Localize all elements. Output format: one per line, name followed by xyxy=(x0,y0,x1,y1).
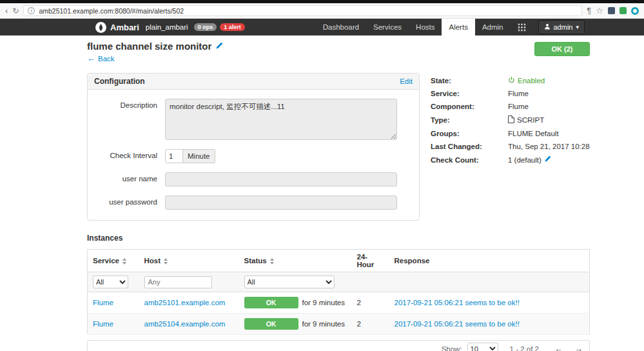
detail-groups: Groups: FLUME Default xyxy=(431,130,590,138)
day-count-cell: 2 xyxy=(352,292,389,314)
host-link[interactable]: amb25104.example.com xyxy=(144,320,226,328)
alerts-badge[interactable]: 1 alert xyxy=(220,23,245,31)
pagination-bar: Show: 10 1 - 2 of 2 ← → xyxy=(87,340,590,351)
detail-state: State: Enabled xyxy=(431,76,590,85)
instance-row-2: Flume amb25104.example.com OKfor 9 minut… xyxy=(88,314,590,335)
instances-table: Service Host Status 24-Hour Response All… xyxy=(87,249,590,335)
address-bar[interactable]: i amb25101.example.com:8080/#/main/alert… xyxy=(23,5,582,16)
service-link[interactable]: Flume xyxy=(93,320,113,328)
alert-details: State: Enabled Service: Flume Component:… xyxy=(431,73,590,169)
bookmark-star-icon[interactable]: ☆ xyxy=(596,6,603,15)
status-badge: OK xyxy=(244,297,298,308)
instances-header-row: Service Host Status 24-Hour Response xyxy=(88,250,590,272)
ambari-navbar: Ambari plain_ambari 0 ops 1 alert Dashbo… xyxy=(0,19,644,35)
next-page-icon[interactable]: → xyxy=(574,344,583,351)
column-header-status[interactable]: Status xyxy=(239,250,352,272)
user-name-row: user name xyxy=(94,172,413,186)
column-header-response: Response xyxy=(389,250,590,272)
configuration-panel: Configuration Edit Description monitor d… xyxy=(87,73,420,221)
page-range: 1 - 2 of 2 xyxy=(510,345,539,351)
page-info-icon[interactable]: i xyxy=(28,7,35,14)
column-label: Host xyxy=(144,257,161,265)
prev-page-icon[interactable]: ← xyxy=(554,344,563,351)
page-size-select[interactable]: 10 xyxy=(467,343,498,351)
user-name-input[interactable] xyxy=(165,172,397,186)
status-duration: for 9 minutes xyxy=(302,320,345,328)
column-header-host[interactable]: Host xyxy=(139,250,239,272)
views-grid-icon[interactable] xyxy=(511,19,533,35)
sort-icon xyxy=(270,258,274,265)
column-header-service[interactable]: Service xyxy=(88,250,139,272)
detail-label: Check Count: xyxy=(431,156,508,165)
extension-icon-3[interactable] xyxy=(631,7,639,15)
reader-mode-icon[interactable]: ¶ xyxy=(587,6,591,15)
instance-row-1: Flume amb25101.example.com OKfor 9 minut… xyxy=(88,292,590,314)
back-label: Back xyxy=(98,55,115,63)
edit-config-link[interactable]: Edit xyxy=(400,77,413,85)
nav-hosts[interactable]: Hosts xyxy=(409,19,442,35)
instances-title: Instances xyxy=(87,234,590,243)
edit-title-icon[interactable] xyxy=(215,41,223,52)
reload-icon[interactable]: ↻ xyxy=(12,7,19,15)
service-link[interactable]: Flume xyxy=(93,299,113,306)
user-password-row: user password xyxy=(94,196,413,210)
nav-services[interactable]: Services xyxy=(366,19,409,35)
detail-label: Last Changed: xyxy=(431,143,508,151)
main-content: flume channel size monitor ← Back OK (2)… xyxy=(0,35,644,351)
detail-value-text: 1 (default) xyxy=(508,156,542,165)
sort-icon xyxy=(122,258,126,265)
detail-value-text: Thu, Sep 21, 2017 10:28 xyxy=(508,143,590,151)
page-title: flume channel size monitor xyxy=(87,41,223,52)
detail-component: Component: Flume xyxy=(431,103,590,111)
sort-icon xyxy=(164,258,168,265)
edit-check-count-icon[interactable] xyxy=(544,155,551,165)
script-file-icon xyxy=(508,115,514,125)
user-password-input[interactable] xyxy=(165,196,397,210)
screen: ‹ ↻ i amb25101.example.com:8080/#/main/a… xyxy=(0,0,644,351)
nav-alerts[interactable]: Alerts xyxy=(442,19,474,35)
check-interval-row: Check Interval Minute xyxy=(94,149,413,163)
column-label: 24-Hour xyxy=(357,253,375,268)
service-filter-select[interactable]: All xyxy=(93,276,128,288)
alert-status-button[interactable]: OK (2) xyxy=(534,42,590,56)
description-row: Description monitor descript, 监控不可描述...1… xyxy=(94,99,413,140)
ambari-logo-icon[interactable] xyxy=(95,22,106,33)
column-label: Status xyxy=(244,257,267,265)
detail-service: Service: Flume xyxy=(431,90,590,98)
description-textarea[interactable]: monitor descript, 监控不可描述...11 xyxy=(165,99,397,140)
detail-label: Groups: xyxy=(431,130,508,138)
user-name-label: user name xyxy=(94,172,165,186)
nav-admin[interactable]: Admin xyxy=(475,19,511,35)
extension-icon-1[interactable] xyxy=(608,7,615,14)
check-interval-input[interactable] xyxy=(165,149,183,163)
detail-value-text: Flume xyxy=(508,103,529,111)
brand-name[interactable]: Ambari xyxy=(110,23,139,32)
filter-row: All All xyxy=(88,272,590,292)
back-icon[interactable]: ‹ xyxy=(5,6,8,15)
host-filter-input[interactable] xyxy=(144,276,212,288)
show-label: Show: xyxy=(442,345,462,351)
browser-toolbar: ‹ ↻ i amb25101.example.com:8080/#/main/a… xyxy=(0,3,644,19)
column-label: Response xyxy=(395,257,430,265)
detail-value-text: Flume xyxy=(508,90,529,98)
detail-value-text: FLUME Default xyxy=(508,130,559,138)
status-filter-select[interactable]: All xyxy=(244,276,335,288)
detail-last-changed: Last Changed: Thu, Sep 21, 2017 10:28 xyxy=(431,143,590,151)
configuration-panel-header: Configuration Edit xyxy=(88,74,419,90)
brand-group: Ambari plain_ambari 0 ops 1 alert xyxy=(95,19,248,35)
detail-check-count: Check Count: 1 (default) xyxy=(431,155,590,165)
detail-label: Service: xyxy=(431,90,508,98)
user-menu-button[interactable]: admin ▾ xyxy=(538,20,585,34)
ops-badge[interactable]: 0 ops xyxy=(194,23,217,31)
status-badge: OK xyxy=(244,318,298,330)
main-row: Configuration Edit Description monitor d… xyxy=(87,73,590,221)
configuration-panel-body: Description monitor descript, 监控不可描述...1… xyxy=(88,90,419,220)
detail-label: State: xyxy=(431,77,508,85)
extension-icon-2[interactable] xyxy=(620,7,627,14)
user-name: admin xyxy=(554,23,573,31)
configuration-panel-title: Configuration xyxy=(94,77,145,86)
back-link[interactable]: ← Back xyxy=(87,54,115,63)
url-text: amb25101.example.com:8080/#/main/alerts/… xyxy=(39,7,184,15)
host-link[interactable]: amb25101.example.com xyxy=(144,299,226,306)
nav-dashboard[interactable]: Dashboard xyxy=(316,19,366,35)
